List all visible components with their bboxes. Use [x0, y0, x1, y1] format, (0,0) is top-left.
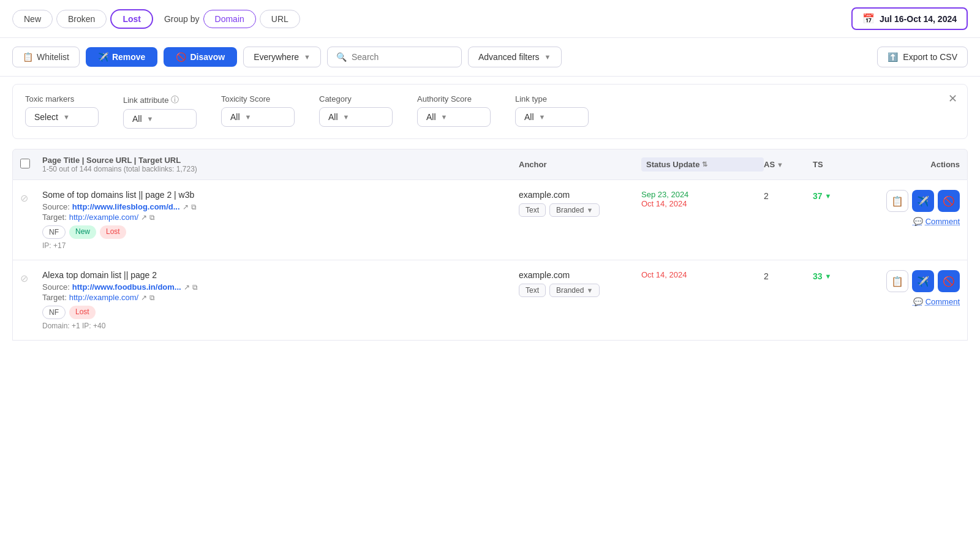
toxic-markers-label: Toxic markers: [25, 94, 99, 104]
top-bar: New Broken Lost Group by Domain URL 📅 Ju…: [0, 0, 980, 38]
row-as: 2: [764, 270, 813, 281]
row-status: Oct 14, 2024: [641, 270, 764, 279]
advanced-filters-chevron-icon: ▼: [545, 53, 551, 61]
anchor-tags: Text Branded ▼: [519, 284, 641, 297]
source-url-link[interactable]: http://www.foodbus.in/dom...: [72, 282, 181, 292]
header-anchor: Anchor: [519, 160, 641, 169]
row-disavow-button[interactable]: 🚫: [938, 190, 960, 212]
ts-chevron-icon[interactable]: ▼: [825, 273, 832, 280]
ts-chevron-icon[interactable]: ▼: [825, 192, 832, 200]
row-remove-button[interactable]: ✈️: [912, 270, 934, 292]
link-type-chevron-icon: ▼: [539, 113, 546, 121]
toxic-markers-value: Select: [34, 112, 58, 122]
status-date-1: Oct 14, 2024: [641, 270, 764, 279]
toxic-markers-select[interactable]: Select ▼: [25, 107, 99, 127]
toxicity-score-select[interactable]: All ▼: [221, 107, 295, 127]
ts-value: 33: [813, 271, 823, 281]
everywhere-dropdown[interactable]: Everywhere ▼: [243, 47, 321, 67]
authority-score-label: Authority Score: [417, 94, 491, 104]
page-title: Alexa top domain list || page 2: [42, 270, 519, 280]
header-checkbox-cell: [20, 159, 42, 170]
export-button[interactable]: ⬆️ Export to CSV: [877, 47, 968, 67]
badge-nf: NF: [42, 225, 66, 239]
comment-label: Comment: [925, 297, 960, 306]
row-disavow-button[interactable]: 🚫: [938, 270, 960, 292]
top-bar-left: New Broken Lost Group by Domain URL: [12, 9, 300, 29]
link-attribute-select[interactable]: All ▼: [123, 109, 197, 129]
group-by-url[interactable]: URL: [260, 10, 300, 28]
badges: NF New Lost: [42, 225, 519, 239]
target-url-link[interactable]: http://example.com/: [69, 213, 138, 222]
badges: NF Lost: [42, 306, 519, 319]
category-label: Category: [319, 94, 393, 104]
header-ts: TS: [813, 160, 862, 169]
page-title: Some of top domains list || page 2 | w3b: [42, 190, 519, 200]
anchor-tag-branded-dropdown[interactable]: Branded ▼: [549, 203, 600, 217]
remove-button[interactable]: ✈️ Remove: [86, 47, 157, 67]
comment-plus-icon: 💬: [913, 297, 923, 306]
status-date-2: Oct 14, 2024: [641, 199, 764, 208]
tab-lost[interactable]: Lost: [110, 9, 153, 29]
whitelist-label: Whitelist: [37, 52, 69, 62]
comment-link[interactable]: 💬 Comment: [913, 217, 960, 226]
disavow-button[interactable]: 🚫 Disavow: [164, 47, 237, 67]
whitelist-button[interactable]: 📋 Whitelist: [12, 47, 80, 67]
tab-new[interactable]: New: [12, 10, 53, 28]
source-url-link[interactable]: http://www.lifesblog.com/d...: [72, 202, 180, 211]
source-label: Source:: [42, 202, 70, 211]
target-external-link-icon[interactable]: ↗: [141, 213, 147, 222]
target-external-link-icon[interactable]: ↗: [141, 293, 147, 302]
export-label: Export to CSV: [903, 52, 957, 62]
target-url-link[interactable]: http://example.com/: [69, 293, 138, 302]
status-date-1: Sep 23, 2024: [641, 190, 764, 199]
anchor-tag-branded-dropdown[interactable]: Branded ▼: [549, 284, 600, 297]
header-status-update: Status Update ⇅: [641, 157, 764, 172]
filter-panel-close-button[interactable]: ✕: [948, 92, 957, 105]
toxicity-score-value: All: [230, 112, 240, 122]
table-area: Page Title | Source URL | Target URL 1-5…: [0, 149, 980, 341]
anchor-tag-text: Text: [519, 284, 546, 297]
row-remove-button[interactable]: ✈️: [912, 190, 934, 212]
group-by-domain[interactable]: Domain: [203, 10, 256, 28]
search-icon: 🔍: [336, 52, 347, 62]
link-attribute-info-icon: ⓘ: [171, 94, 179, 105]
target-copy-icon[interactable]: ⧉: [149, 213, 155, 222]
source-external-link-icon[interactable]: ↗: [184, 283, 190, 292]
source-line: Source: http://www.lifesblog.com/d... ↗ …: [42, 202, 519, 211]
link-type-label: Link type: [515, 94, 589, 104]
meta-line: IP: +17: [42, 241, 519, 250]
row-whitelist-button[interactable]: 📋: [886, 190, 908, 212]
source-external-link-icon[interactable]: ↗: [183, 203, 189, 211]
link-attribute-filter: Link attribute ⓘ All ▼: [123, 94, 197, 129]
category-select[interactable]: All ▼: [319, 107, 393, 127]
status-sort-icon[interactable]: ⇅: [702, 160, 707, 168]
link-type-select[interactable]: All ▼: [515, 107, 589, 127]
row-ts: 37 ▼: [813, 190, 862, 201]
target-copy-icon[interactable]: ⧉: [149, 293, 155, 302]
table-row: ⊘ Alexa top domain list || page 2 Source…: [12, 260, 968, 341]
row-page: Some of top domains list || page 2 | w3b…: [42, 190, 519, 250]
date-range-button[interactable]: 📅 Jul 16-Oct 14, 2024: [851, 7, 968, 30]
authority-score-select[interactable]: All ▼: [417, 107, 491, 127]
row-status: Sep 23, 2024 Oct 14, 2024: [641, 190, 764, 208]
comment-link[interactable]: 💬 Comment: [913, 297, 960, 306]
table-header: Page Title | Source URL | Target URL 1-5…: [12, 149, 968, 180]
source-copy-icon[interactable]: ⧉: [191, 203, 197, 211]
select-all-checkbox[interactable]: [20, 159, 30, 168]
tab-broken[interactable]: Broken: [56, 10, 107, 28]
as-chevron-icon[interactable]: ▼: [777, 161, 783, 168]
badge-nf: NF: [42, 306, 66, 319]
anchor-tag-chevron-icon: ▼: [586, 206, 593, 214]
link-attribute-chevron-icon: ▼: [147, 115, 154, 123]
header-subtitle: 1-50 out of 144 domains (total backlinks…: [42, 165, 519, 173]
remove-label: Remove: [112, 52, 145, 62]
row-whitelist-button[interactable]: 📋: [886, 270, 908, 292]
row-actions: 📋 ✈️ 🚫 💬 Comment: [862, 270, 960, 306]
authority-score-chevron-icon: ▼: [441, 113, 448, 121]
source-copy-icon[interactable]: ⧉: [192, 283, 198, 292]
row-anchor: example.com Text Branded ▼: [519, 270, 641, 297]
search-input[interactable]: [352, 52, 450, 62]
calendar-icon: 📅: [862, 13, 875, 25]
advanced-filters-button[interactable]: Advanced filters ▼: [468, 47, 562, 67]
search-input-wrap[interactable]: 🔍: [327, 47, 462, 67]
